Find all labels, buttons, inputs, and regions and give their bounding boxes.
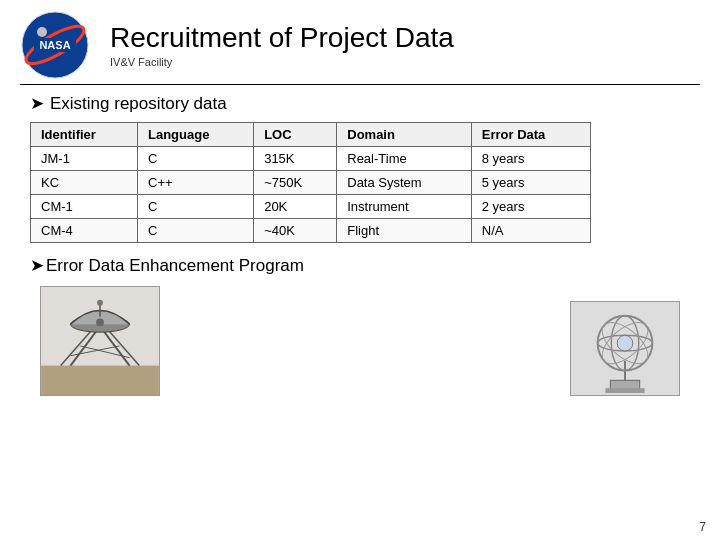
table-row: CM-1C20KInstrument2 years	[31, 195, 591, 219]
cell-r2-c0: CM-1	[31, 195, 138, 219]
cell-r1-c2: ~750K	[254, 171, 337, 195]
facility-label: IV&V Facility	[110, 56, 700, 68]
svg-line-10	[71, 346, 120, 356]
col-language: Language	[138, 123, 254, 147]
cell-r1-c4: 5 years	[471, 171, 590, 195]
header: NASA Recruitment of Project Data IV&V Fa…	[0, 0, 720, 80]
enhancement-heading: ➤ Error Data Enhancement Program	[30, 255, 690, 276]
antenna-image-left	[40, 286, 160, 396]
svg-point-13	[96, 318, 104, 326]
svg-rect-5	[41, 366, 159, 395]
table-header: Identifier Language LOC Domain Error Dat…	[31, 123, 591, 147]
table-body: JM-1C315KReal-Time8 yearsKCC++~750KData …	[31, 147, 591, 243]
svg-point-4	[37, 27, 47, 37]
arrow-icon-1: ➤	[30, 93, 44, 114]
existing-label: Existing repository data	[50, 94, 227, 114]
col-identifier: Identifier	[31, 123, 138, 147]
page-number: 7	[699, 520, 706, 534]
col-errordata: Error Data	[471, 123, 590, 147]
svg-rect-17	[605, 388, 644, 393]
svg-text:NASA: NASA	[39, 39, 70, 51]
main-content: ➤ Existing repository data Identifier La…	[0, 93, 720, 396]
cell-r2-c3: Instrument	[337, 195, 472, 219]
svg-point-24	[617, 335, 633, 351]
data-table: Identifier Language LOC Domain Error Dat…	[30, 122, 591, 243]
header-row: Identifier Language LOC Domain Error Dat…	[31, 123, 591, 147]
col-loc: LOC	[254, 123, 337, 147]
cell-r1-c3: Data System	[337, 171, 472, 195]
page-title: Recruitment of Project Data	[110, 22, 700, 54]
cell-r1-c0: KC	[31, 171, 138, 195]
title-area: Recruitment of Project Data IV&V Facilit…	[110, 22, 700, 68]
cell-r0-c0: JM-1	[31, 147, 138, 171]
nasa-logo: NASA	[20, 10, 90, 80]
existing-heading: ➤ Existing repository data	[30, 93, 690, 114]
cell-r2-c2: 20K	[254, 195, 337, 219]
cell-r2-c4: 2 years	[471, 195, 590, 219]
images-row	[30, 286, 690, 396]
svg-point-15	[97, 300, 103, 306]
cell-r3-c2: ~40K	[254, 219, 337, 243]
antenna-image-right	[570, 301, 680, 396]
cell-r2-c1: C	[138, 195, 254, 219]
cell-r1-c1: C++	[138, 171, 254, 195]
cell-r3-c1: C	[138, 219, 254, 243]
cell-r0-c1: C	[138, 147, 254, 171]
enhancement-label: Error Data Enhancement Program	[46, 256, 304, 276]
cell-r3-c0: CM-4	[31, 219, 138, 243]
arrow-icon-2: ➤	[30, 255, 44, 276]
cell-r0-c4: 8 years	[471, 147, 590, 171]
cell-r3-c4: N/A	[471, 219, 590, 243]
cell-r3-c3: Flight	[337, 219, 472, 243]
table-row: CM-4C~40KFlightN/A	[31, 219, 591, 243]
table-row: JM-1C315KReal-Time8 years	[31, 147, 591, 171]
cell-r0-c3: Real-Time	[337, 147, 472, 171]
cell-r0-c2: 315K	[254, 147, 337, 171]
table-row: KCC++~750KData System5 years	[31, 171, 591, 195]
header-divider	[20, 84, 700, 85]
col-domain: Domain	[337, 123, 472, 147]
